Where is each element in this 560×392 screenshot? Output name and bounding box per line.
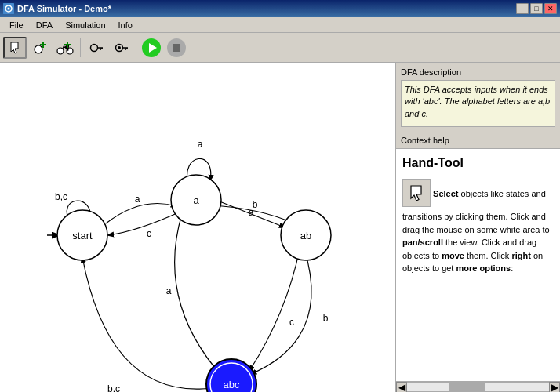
horizontal-scrollbar[interactable]: ◀ ▶ (396, 381, 560, 392)
cursor-icon-display (402, 179, 431, 207)
svg-point-2 (8, 8, 10, 10)
state-a-label: a (193, 194, 199, 206)
hand-tool-button[interactable] (3, 37, 27, 59)
edge-label-ab-a: a (249, 207, 254, 218)
edge-label-ab-abc: c (289, 317, 294, 328)
edge-label-ab-abc-b: b (323, 313, 329, 324)
key2-tool-button[interactable] (109, 37, 133, 59)
app-icon (3, 3, 14, 14)
scroll-left-button[interactable]: ◀ (396, 382, 407, 393)
key-tool-button[interactable] (84, 37, 107, 59)
stop-button[interactable] (165, 37, 188, 59)
window-title: DFA Simulator - Demo* (17, 4, 111, 13)
minimize-button[interactable]: ─ (516, 3, 529, 14)
context-help-content[interactable]: Hand-Tool Select objects like states and… (396, 149, 560, 381)
edge-label-abc-start: b,c (107, 383, 120, 392)
horizontal-scroll-thumb[interactable] (449, 383, 485, 391)
menu-info[interactable]: Info (112, 19, 139, 31)
svg-marker-26 (411, 186, 421, 201)
main-content: b,c a a b a c c a b,c (0, 63, 560, 392)
svg-point-7 (57, 48, 64, 54)
state-ab-label: ab (300, 230, 311, 241)
svg-point-4 (35, 45, 42, 53)
add-transition-button[interactable] (53, 37, 77, 59)
svg-point-11 (91, 44, 98, 51)
context-help-title: Context help (396, 132, 560, 149)
horizontal-scroll-track (407, 382, 549, 392)
toolbar (0, 33, 560, 63)
right-panel: DFA description This DFA accepts inputs … (395, 63, 560, 392)
menu-bar: File DFA Simulation Info (0, 17, 560, 33)
context-help-section: Context help Hand-Tool Select objects li… (396, 132, 560, 392)
state-abc-label: abc (224, 379, 240, 390)
menu-simulation[interactable]: Simulation (59, 19, 111, 31)
menu-dfa[interactable]: DFA (30, 19, 59, 31)
toolbar-separator-1 (80, 38, 81, 57)
close-button[interactable]: ✕ (544, 3, 557, 14)
svg-rect-23 (173, 44, 180, 52)
menu-file[interactable]: File (3, 19, 30, 31)
canvas-area[interactable]: b,c a a b a c c a b,c (0, 63, 395, 392)
dfa-description-section: DFA description This DFA accepts inputs … (396, 63, 560, 132)
edge-label-start-a: a (135, 194, 140, 205)
maximize-button[interactable]: □ (530, 3, 543, 14)
play-button[interactable] (140, 37, 163, 59)
edge-label-a-self: a (198, 139, 203, 150)
scroll-right-button[interactable]: ▶ (549, 382, 560, 393)
context-help-heading: Hand-Tool (402, 154, 554, 172)
dfa-diagram: b,c a a b a c c a b,c (0, 63, 395, 392)
svg-point-19 (118, 46, 121, 49)
svg-marker-3 (11, 42, 18, 53)
svg-point-8 (67, 48, 73, 54)
toolbar-separator-2 (136, 38, 136, 57)
edge-label-a-start: c (147, 228, 151, 239)
state-start-label: start (72, 230, 93, 241)
edge-label-abc-a: a (166, 285, 172, 296)
context-help-body: Select objects like states and transitio… (402, 179, 554, 275)
add-state-button[interactable] (28, 37, 52, 59)
dfa-description-content: This DFA accepts inputs when it ends wit… (401, 80, 555, 127)
dfa-description-title: DFA description (401, 67, 555, 77)
title-bar: DFA Simulator - Demo* ─ □ ✕ (0, 0, 560, 17)
edge-label-start-self: b,c (55, 191, 67, 202)
